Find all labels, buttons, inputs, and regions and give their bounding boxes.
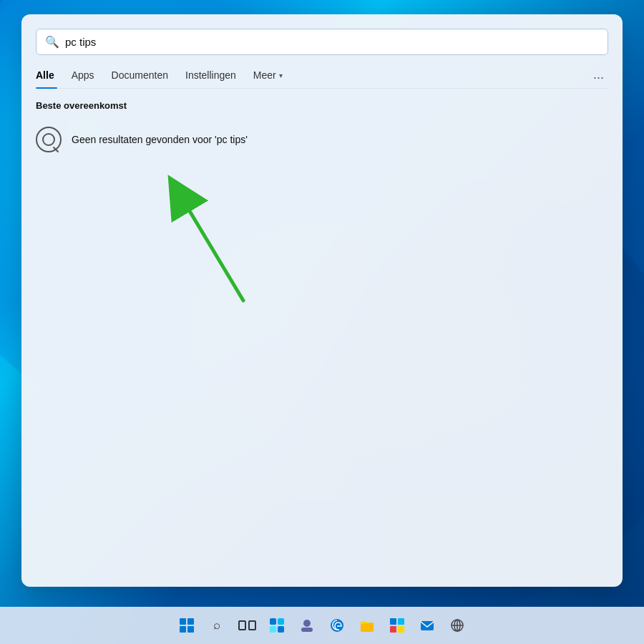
svg-rect-14 <box>421 621 434 630</box>
taskbar-network-button[interactable] <box>444 613 470 638</box>
search-panel: 🔍 pc tips Alle Apps Documenten Instellin… <box>21 14 623 587</box>
tab-meer[interactable]: Meer ▾ <box>250 67 291 88</box>
svg-rect-4 <box>270 626 276 633</box>
taskbar-search-icon: ⌕ <box>213 618 220 633</box>
windows-logo-icon <box>180 618 194 633</box>
tab-documenten[interactable]: Documenten <box>109 67 177 88</box>
taskbar-edge-button[interactable] <box>324 613 350 638</box>
svg-rect-5 <box>278 626 284 633</box>
no-results-row: Geen resultaten gevonden voor 'pc tips' <box>36 121 608 158</box>
svg-rect-10 <box>390 618 396 625</box>
svg-rect-2 <box>270 618 276 625</box>
taskbar-teams-button[interactable] <box>294 613 320 638</box>
search-box[interactable]: 🔍 pc tips <box>36 29 608 55</box>
green-arrow-annotation <box>157 172 272 318</box>
taskbar: ⌕ <box>0 607 644 644</box>
svg-rect-7 <box>301 628 313 632</box>
svg-point-6 <box>303 620 311 627</box>
taskbar-start-button[interactable] <box>174 613 200 638</box>
edge-icon <box>329 618 345 633</box>
tab-alle[interactable]: Alle <box>36 67 63 88</box>
chevron-down-icon: ▾ <box>279 72 283 79</box>
tabs-more-button[interactable]: ··· <box>589 69 608 87</box>
mail-icon <box>419 618 435 633</box>
taskbar-widgets-button[interactable] <box>264 613 290 638</box>
svg-rect-11 <box>398 618 404 625</box>
taskbar-store-button[interactable] <box>384 613 410 638</box>
taskbar-taskview-button[interactable] <box>234 613 260 638</box>
taskview-icon <box>238 620 256 630</box>
no-results-search-icon <box>36 127 62 152</box>
taskbar-mail-button[interactable] <box>414 613 440 638</box>
teams-icon <box>299 618 315 633</box>
widgets-icon <box>269 618 285 633</box>
tab-apps[interactable]: Apps <box>69 67 103 88</box>
taskbar-search-button[interactable]: ⌕ <box>204 613 230 638</box>
taskbar-explorer-button[interactable] <box>354 613 380 638</box>
svg-rect-9 <box>361 623 374 632</box>
network-icon <box>449 618 465 633</box>
svg-rect-13 <box>398 626 404 633</box>
svg-rect-3 <box>278 618 284 625</box>
tab-meer-label: Meer <box>253 69 276 81</box>
explorer-icon <box>359 618 375 633</box>
svg-rect-12 <box>390 626 396 633</box>
store-icon <box>389 618 405 633</box>
search-icon: 🔍 <box>45 35 59 49</box>
filter-tabs: Alle Apps Documenten Instellingen Meer ▾… <box>36 67 608 89</box>
search-input-value: pc tips <box>65 36 599 48</box>
no-results-text: Geen resultaten gevonden voor 'pc tips' <box>72 134 248 145</box>
tab-instellingen[interactable]: Instellingen <box>182 67 245 88</box>
section-label: Beste overeenkomst <box>36 100 608 111</box>
svg-line-1 <box>179 193 243 301</box>
